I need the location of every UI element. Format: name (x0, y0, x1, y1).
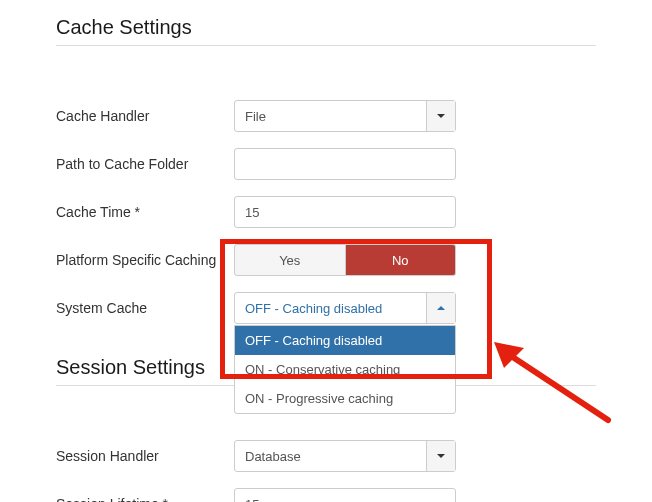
chevron-down-icon (426, 441, 455, 471)
session-lifetime-label: Session Lifetime * (56, 496, 234, 502)
system-cache-select[interactable]: OFF - Caching disabled (234, 292, 456, 324)
cache-time-label: Cache Time * (56, 204, 234, 220)
platform-caching-label: Platform Specific Caching (56, 252, 234, 268)
cache-handler-label: Cache Handler (56, 108, 234, 124)
cache-settings-heading: Cache Settings (56, 10, 596, 39)
cache-handler-select[interactable]: File (234, 100, 456, 132)
session-handler-value: Database (235, 441, 426, 471)
system-cache-label: System Cache (56, 300, 234, 316)
system-cache-option-off[interactable]: OFF - Caching disabled (235, 326, 455, 355)
cache-path-label: Path to Cache Folder (56, 156, 234, 172)
session-handler-label: Session Handler (56, 448, 234, 464)
system-cache-value: OFF - Caching disabled (235, 293, 426, 323)
system-cache-option-progressive[interactable]: ON - Progressive caching (235, 384, 455, 413)
chevron-up-icon (426, 293, 455, 323)
cache-path-input[interactable] (234, 148, 456, 180)
system-cache-dropdown: OFF - Caching disabled ON - Conservative… (234, 325, 456, 414)
cache-time-input[interactable] (234, 196, 456, 228)
system-cache-option-conservative[interactable]: ON - Conservative caching (235, 355, 455, 384)
divider (56, 45, 596, 46)
chevron-down-icon (426, 101, 455, 131)
session-handler-select[interactable]: Database (234, 440, 456, 472)
platform-caching-yes-button[interactable]: Yes (234, 244, 346, 276)
platform-caching-toggle: Yes No (234, 244, 456, 276)
platform-caching-no-button[interactable]: No (346, 244, 457, 276)
cache-handler-value: File (235, 101, 426, 131)
session-lifetime-input[interactable] (234, 488, 456, 502)
